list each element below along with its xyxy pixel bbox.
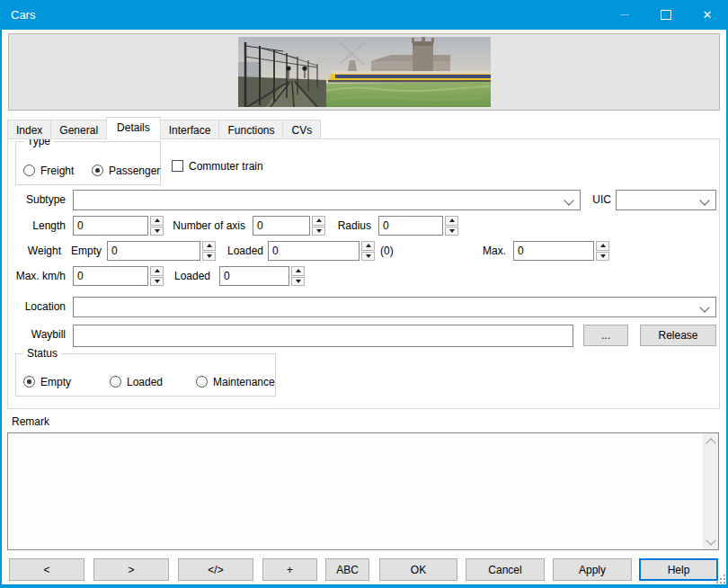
minimize-button[interactable] (604, 0, 645, 30)
remark-box (7, 432, 719, 550)
status-group-legend: Status (23, 347, 61, 361)
status-empty-radio[interactable]: Empty (23, 375, 71, 388)
freight-radio-circle[interactable] (23, 165, 35, 176)
railway-tracks (238, 76, 326, 107)
waybill-label: Waybill (8, 325, 66, 345)
freight-radio[interactable]: Freight (23, 164, 74, 177)
status-loaded-radio[interactable]: Loaded (110, 375, 163, 388)
weight-empty-spin-up[interactable] (202, 241, 216, 251)
subtype-combobox[interactable] (73, 190, 581, 210)
tab-cvs[interactable]: CVs (282, 120, 321, 139)
status-loaded-label: Loaded (127, 376, 163, 388)
weight-max-spin-down[interactable] (596, 252, 609, 262)
train (328, 71, 491, 83)
tab-interface[interactable]: Interface (160, 120, 220, 139)
close-button[interactable]: ✕ (687, 0, 728, 30)
tab-functions[interactable]: Functions (218, 120, 283, 139)
kmh-loaded-spin-up[interactable] (291, 266, 305, 276)
help-button[interactable]: Help (639, 558, 718, 581)
weight-max-label: Max. (457, 241, 506, 262)
subtype-label: Subtype (8, 190, 66, 210)
details-tab-page: Type Freight Passenger Commuter train Su… (7, 138, 720, 409)
radius-input[interactable] (378, 216, 443, 236)
max-kmh-spinner (73, 266, 164, 286)
status-groupbox: Status Empty Loaded Maintenance (15, 353, 276, 396)
status-empty-radio-circle[interactable] (23, 376, 35, 388)
max-kmh-spin-up[interactable] (150, 266, 164, 276)
commuter-train-checkbox-box[interactable] (172, 160, 183, 172)
railway-photo (238, 37, 491, 107)
tab-index[interactable]: Index (7, 120, 51, 139)
waybill-input[interactable] (73, 325, 573, 347)
tab-general[interactable]: General (50, 120, 107, 139)
kmh-loaded-input[interactable] (219, 266, 289, 286)
next-button[interactable]: > (93, 558, 169, 581)
remark-scrollbar[interactable] (703, 433, 718, 549)
axes-input[interactable] (253, 216, 310, 236)
status-maintenance-radio[interactable]: Maintenance (196, 375, 275, 388)
weight-max-spin-up[interactable] (596, 241, 609, 251)
window-title: Cars (11, 0, 35, 30)
weight-note: (0) (380, 241, 416, 262)
radius-spinner (378, 216, 458, 236)
ok-button[interactable]: OK (379, 558, 457, 581)
axes-spin-up[interactable] (312, 216, 325, 226)
passenger-radio-label: Passenger (109, 165, 160, 177)
length-spin-down[interactable] (150, 227, 164, 236)
waybill-release-button[interactable]: Release (640, 325, 716, 346)
weight-max-spinner (513, 241, 609, 261)
max-kmh-spin-down[interactable] (150, 277, 164, 287)
radius-spin-down[interactable] (445, 227, 458, 236)
axes-spin-down[interactable] (312, 227, 325, 236)
waybill-browse-button[interactable]: ... (583, 325, 628, 346)
commuter-train-checkbox[interactable]: Commuter train (172, 159, 263, 173)
max-kmh-input[interactable] (73, 266, 148, 286)
weight-loaded-spin-down[interactable] (361, 252, 375, 262)
weight-empty-spinner (107, 241, 216, 261)
tab-strip: Index General Details Interface Function… (7, 117, 320, 139)
window-border-bottom (0, 584, 728, 588)
add-button[interactable]: + (262, 558, 317, 581)
chevron-down-icon (699, 302, 709, 312)
weight-loaded-label: Loaded (222, 241, 263, 262)
prev-button[interactable]: < (9, 558, 84, 581)
title-bar: Cars ✕ (0, 0, 728, 30)
radius-label: Radius (332, 216, 371, 236)
status-maintenance-radio-circle[interactable] (196, 376, 208, 388)
code-button[interactable]: </> (178, 558, 253, 581)
weight-loaded-spin-up[interactable] (361, 241, 375, 251)
resize-grip[interactable] (715, 574, 725, 584)
cancel-button[interactable]: Cancel (466, 558, 545, 581)
length-spinner (73, 216, 164, 236)
length-spin-up[interactable] (150, 216, 164, 226)
uic-combobox[interactable] (616, 190, 716, 210)
weight-empty-spin-down[interactable] (202, 252, 216, 262)
radius-spin-up[interactable] (445, 216, 458, 226)
length-label: Length (8, 216, 66, 236)
status-empty-label: Empty (40, 376, 71, 388)
type-groupbox: Type Freight Passenger (15, 141, 161, 185)
maximize-button[interactable] (645, 0, 687, 30)
location-combobox[interactable] (73, 297, 716, 317)
weight-max-input[interactable] (513, 241, 594, 261)
weight-loaded-input[interactable] (268, 241, 360, 261)
remark-textarea[interactable] (8, 433, 701, 549)
chevron-down-icon (699, 195, 709, 205)
axes-spinner (253, 216, 325, 236)
axes-label: Number of axis (166, 216, 245, 236)
abc-button[interactable]: ABC (325, 558, 369, 581)
tab-details[interactable]: Details (106, 117, 161, 139)
kmh-loaded-spin-down[interactable] (291, 277, 305, 287)
cars-dialog: Cars ✕ (0, 0, 728, 588)
length-input[interactable] (73, 216, 148, 236)
weight-empty-input[interactable] (107, 241, 200, 261)
minimize-icon (620, 14, 629, 15)
chevron-down-icon (564, 195, 573, 205)
weight-loaded-spinner (268, 241, 375, 261)
scroll-up-button[interactable] (703, 433, 718, 449)
apply-button[interactable]: Apply (553, 558, 632, 581)
scroll-down-button[interactable] (703, 534, 718, 549)
status-loaded-radio-circle[interactable] (110, 376, 121, 388)
passenger-radio-circle[interactable] (92, 165, 103, 176)
passenger-radio[interactable]: Passenger (92, 164, 160, 177)
